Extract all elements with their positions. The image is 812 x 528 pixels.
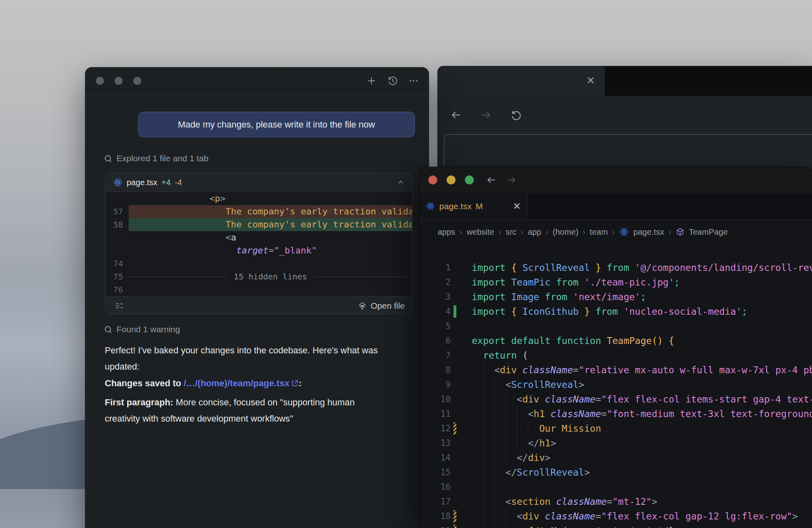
open-file-button[interactable]: Open file [358,301,405,311]
code-line[interactable]: 19{/* Main content start */} [419,524,812,528]
browser-forward-button[interactable] [480,109,492,121]
indent-guide [483,494,484,509]
symbol-cube-icon [676,227,685,236]
indent-guide [505,407,506,421]
code-line-text: <div className="flex flex-col items-star… [472,392,812,407]
line-number: 7 [419,348,451,363]
code-line[interactable]: 17<section className="mt-12"> [419,494,812,509]
indent-guide [483,377,484,392]
indent-guide [494,524,495,528]
breadcrumb[interactable]: apps›website›src›app›(home)›team› page.t… [419,220,812,244]
breadcrumb-item[interactable]: (home) [553,227,578,237]
editor-titlebar [419,167,812,193]
tab-close-icon[interactable]: ✕ [513,201,521,212]
diff-line: 58The company's early traction validated [106,218,412,231]
code-line[interactable]: 14</div> [419,450,812,465]
code-line[interactable]: 9<ScrollReveal> [419,377,812,392]
diff-line-content: <a [129,231,412,244]
diff-card-header[interactable]: page.tsx +4 -4 [106,173,412,192]
browser-back-button[interactable] [450,109,462,121]
indent-guide [494,494,495,509]
line-number: 5 [419,319,451,333]
history-icon[interactable] [387,75,399,87]
breadcrumb-item[interactable]: src [505,227,516,237]
diff-line-content: The company's early traction validated [129,218,412,231]
indent-guide [483,363,484,377]
indent-guide [505,509,506,524]
file-link[interactable]: /…/(home)/team/page.tsx [184,378,289,388]
code-line[interactable]: 15</ScrollReveal> [419,465,812,480]
close-window-button[interactable] [428,175,437,184]
git-added-marker [454,305,456,318]
react-file-icon [113,177,123,187]
indent-guide [483,392,484,407]
code-line[interactable]: 2import TeamPic from './team-pic.jpg'; [419,275,812,290]
external-link-icon[interactable] [291,379,299,387]
close-window-button[interactable] [96,77,104,85]
agent-titlebar [85,67,429,94]
collapse-chevron-icon[interactable] [397,178,405,186]
tab-page-tsx[interactable]: page.tsx M ✕ [419,193,528,219]
indent-guide [483,450,484,465]
browser-tab-close-icon[interactable]: ✕ [586,75,595,86]
browser-tab[interactable]: ✕ [438,66,605,96]
code-line-text: <h1 className="font-medium text-3xl text… [472,407,812,421]
editor-window: page.tsx M ✕ apps›website›src›app›(home)… [419,167,812,528]
code-line-text: return ( [472,348,812,363]
editor-back-button[interactable] [485,174,497,186]
diff-line-number: 76 [106,283,123,296]
browser-reload-button[interactable] [510,109,522,121]
diff-card-footer: Open file [106,296,412,314]
code-line[interactable]: 16 [419,480,812,494]
code-line[interactable]: 4import { IconGithub } from 'nucleo-soci… [419,304,812,319]
chevron-right-icon: › [669,228,671,236]
chevron-right-icon: › [460,228,462,236]
diff-line-content: The company's early traction validated [129,205,412,218]
code-line[interactable]: 13</h1> [419,436,812,450]
browser-tabstrip [605,66,812,96]
explored-status-text: Explored 1 file and 1 tab [117,154,209,163]
code-line[interactable]: 10<div className="flex flex-col items-st… [419,392,812,407]
code-line[interactable]: 6export default function TeamPage() { [419,333,812,348]
line-number: 11 [419,407,451,421]
code-line[interactable]: 7return ( [419,348,812,363]
indent-guide [483,407,484,421]
diff-line: target="_blank" [106,244,412,257]
code-line[interactable]: 18<div className="flex flex-col gap-12 l… [419,509,812,524]
new-thread-icon[interactable] [365,75,378,87]
breadcrumb-item[interactable]: team [590,227,608,237]
line-number: 16 [419,480,451,494]
code-line[interactable]: 5 [419,319,812,333]
line-number: 8 [419,363,451,377]
breadcrumb-symbol[interactable]: TeamPage [689,227,728,237]
hidden-lines-divider[interactable]: 15 hidden lines [129,270,412,283]
chevron-right-icon: › [499,228,501,236]
assistant-intro-text: Perfect! I've baked your changes into th… [105,345,378,372]
minimize-window-button[interactable] [447,175,456,184]
more-options-icon[interactable] [408,75,420,87]
breadcrumb-item[interactable]: apps [438,227,455,237]
indent-guide [528,421,528,436]
minimize-window-button[interactable] [114,77,123,85]
breadcrumb-file[interactable]: page.tsx [633,227,664,237]
zoom-window-button[interactable] [465,175,474,184]
expand-lines-icon[interactable] [113,300,125,312]
code-editor[interactable]: 1import { ScrollReveal } from '@/compone… [419,244,812,528]
line-number: 19 [419,524,451,528]
zoom-window-button[interactable] [133,77,141,85]
code-line[interactable]: 3import Image from 'next/image'; [419,290,812,304]
explored-status-row[interactable]: Explored 1 file and 1 tab [105,153,209,164]
code-line[interactable]: 11<h1 className="font-medium text-3xl te… [419,407,812,421]
breadcrumb-item[interactable]: app [528,227,541,237]
indent-guide [494,465,495,480]
warning-status-row[interactable]: Found 1 warning [105,324,180,335]
code-line[interactable]: 1import { ScrollReveal } from '@/compone… [419,260,812,275]
code-line[interactable]: 8<div className="relative mx-auto w-full… [419,363,812,377]
code-line-text: {/* Main content start */} [472,524,812,528]
code-line[interactable]: 12Our Mission [419,421,812,436]
diff-line: 74 [106,257,412,270]
editor-forward-button[interactable] [505,174,518,186]
breadcrumb-item[interactable]: website [466,227,494,237]
saved-prefix-text: Changes saved to [105,378,184,388]
diff-additions: +4 [162,178,171,187]
